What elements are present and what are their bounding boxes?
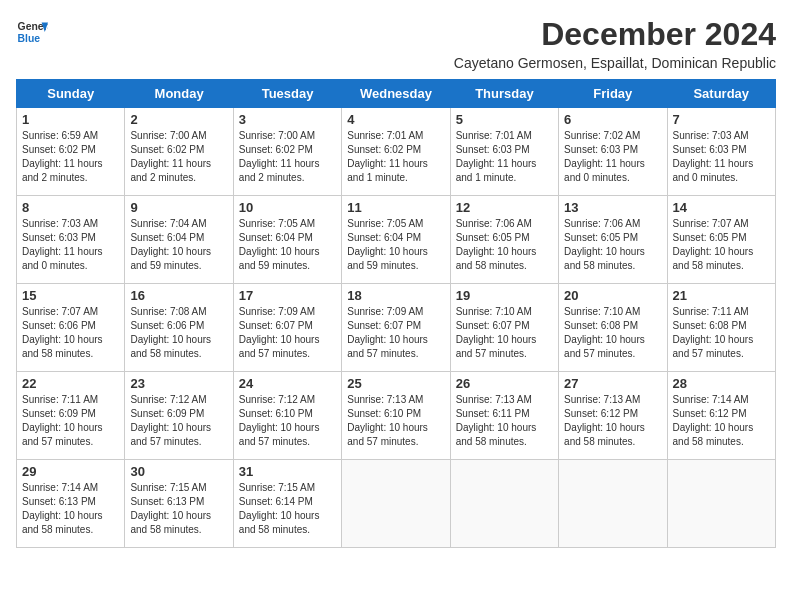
calendar-cell: 19Sunrise: 7:10 AM Sunset: 6:07 PM Dayli…: [450, 284, 558, 372]
day-info: Sunrise: 7:12 AM Sunset: 6:10 PM Dayligh…: [239, 393, 336, 449]
calendar-cell: 24Sunrise: 7:12 AM Sunset: 6:10 PM Dayli…: [233, 372, 341, 460]
calendar-cell: 29Sunrise: 7:14 AM Sunset: 6:13 PM Dayli…: [17, 460, 125, 548]
calendar-cell: 3Sunrise: 7:00 AM Sunset: 6:02 PM Daylig…: [233, 108, 341, 196]
day-number: 4: [347, 112, 444, 127]
weekday-header-saturday: Saturday: [667, 80, 775, 108]
day-number: 2: [130, 112, 227, 127]
day-number: 16: [130, 288, 227, 303]
day-number: 9: [130, 200, 227, 215]
calendar-week-2: 8Sunrise: 7:03 AM Sunset: 6:03 PM Daylig…: [17, 196, 776, 284]
day-info: Sunrise: 7:04 AM Sunset: 6:04 PM Dayligh…: [130, 217, 227, 273]
day-info: Sunrise: 7:13 AM Sunset: 6:11 PM Dayligh…: [456, 393, 553, 449]
calendar-week-3: 15Sunrise: 7:07 AM Sunset: 6:06 PM Dayli…: [17, 284, 776, 372]
day-info: Sunrise: 7:06 AM Sunset: 6:05 PM Dayligh…: [564, 217, 661, 273]
weekday-header-wednesday: Wednesday: [342, 80, 450, 108]
day-info: Sunrise: 7:01 AM Sunset: 6:02 PM Dayligh…: [347, 129, 444, 185]
day-number: 8: [22, 200, 119, 215]
day-number: 22: [22, 376, 119, 391]
logo: General Blue: [16, 16, 48, 48]
day-info: Sunrise: 7:09 AM Sunset: 6:07 PM Dayligh…: [347, 305, 444, 361]
day-info: Sunrise: 7:14 AM Sunset: 6:12 PM Dayligh…: [673, 393, 770, 449]
calendar-cell: 28Sunrise: 7:14 AM Sunset: 6:12 PM Dayli…: [667, 372, 775, 460]
calendar-cell: 9Sunrise: 7:04 AM Sunset: 6:04 PM Daylig…: [125, 196, 233, 284]
calendar-cell: 2Sunrise: 7:00 AM Sunset: 6:02 PM Daylig…: [125, 108, 233, 196]
calendar-cell: 7Sunrise: 7:03 AM Sunset: 6:03 PM Daylig…: [667, 108, 775, 196]
day-info: Sunrise: 7:03 AM Sunset: 6:03 PM Dayligh…: [22, 217, 119, 273]
day-number: 24: [239, 376, 336, 391]
calendar-body: 1Sunrise: 6:59 AM Sunset: 6:02 PM Daylig…: [17, 108, 776, 548]
calendar-cell: 21Sunrise: 7:11 AM Sunset: 6:08 PM Dayli…: [667, 284, 775, 372]
day-number: 20: [564, 288, 661, 303]
calendar-cell: 17Sunrise: 7:09 AM Sunset: 6:07 PM Dayli…: [233, 284, 341, 372]
calendar-week-5: 29Sunrise: 7:14 AM Sunset: 6:13 PM Dayli…: [17, 460, 776, 548]
calendar-week-1: 1Sunrise: 6:59 AM Sunset: 6:02 PM Daylig…: [17, 108, 776, 196]
calendar-cell: 4Sunrise: 7:01 AM Sunset: 6:02 PM Daylig…: [342, 108, 450, 196]
day-info: Sunrise: 7:08 AM Sunset: 6:06 PM Dayligh…: [130, 305, 227, 361]
weekday-header-sunday: Sunday: [17, 80, 125, 108]
weekday-header-tuesday: Tuesday: [233, 80, 341, 108]
day-number: 28: [673, 376, 770, 391]
page-header: General Blue December 2024 Cayetano Germ…: [16, 16, 776, 71]
day-number: 3: [239, 112, 336, 127]
day-number: 29: [22, 464, 119, 479]
weekday-header-thursday: Thursday: [450, 80, 558, 108]
day-info: Sunrise: 7:11 AM Sunset: 6:08 PM Dayligh…: [673, 305, 770, 361]
calendar-cell: 31Sunrise: 7:15 AM Sunset: 6:14 PM Dayli…: [233, 460, 341, 548]
day-number: 7: [673, 112, 770, 127]
calendar-cell: [342, 460, 450, 548]
day-info: Sunrise: 7:05 AM Sunset: 6:04 PM Dayligh…: [239, 217, 336, 273]
calendar-cell: 6Sunrise: 7:02 AM Sunset: 6:03 PM Daylig…: [559, 108, 667, 196]
day-number: 14: [673, 200, 770, 215]
day-info: Sunrise: 7:07 AM Sunset: 6:06 PM Dayligh…: [22, 305, 119, 361]
day-info: Sunrise: 7:07 AM Sunset: 6:05 PM Dayligh…: [673, 217, 770, 273]
calendar-cell: 8Sunrise: 7:03 AM Sunset: 6:03 PM Daylig…: [17, 196, 125, 284]
day-number: 21: [673, 288, 770, 303]
day-info: Sunrise: 6:59 AM Sunset: 6:02 PM Dayligh…: [22, 129, 119, 185]
calendar-cell: 25Sunrise: 7:13 AM Sunset: 6:10 PM Dayli…: [342, 372, 450, 460]
day-info: Sunrise: 7:00 AM Sunset: 6:02 PM Dayligh…: [239, 129, 336, 185]
day-number: 25: [347, 376, 444, 391]
day-info: Sunrise: 7:05 AM Sunset: 6:04 PM Dayligh…: [347, 217, 444, 273]
day-info: Sunrise: 7:09 AM Sunset: 6:07 PM Dayligh…: [239, 305, 336, 361]
calendar-cell: 1Sunrise: 6:59 AM Sunset: 6:02 PM Daylig…: [17, 108, 125, 196]
calendar-cell: 16Sunrise: 7:08 AM Sunset: 6:06 PM Dayli…: [125, 284, 233, 372]
day-info: Sunrise: 7:01 AM Sunset: 6:03 PM Dayligh…: [456, 129, 553, 185]
weekday-header-monday: Monday: [125, 80, 233, 108]
day-number: 19: [456, 288, 553, 303]
day-info: Sunrise: 7:14 AM Sunset: 6:13 PM Dayligh…: [22, 481, 119, 537]
day-info: Sunrise: 7:11 AM Sunset: 6:09 PM Dayligh…: [22, 393, 119, 449]
day-number: 6: [564, 112, 661, 127]
day-number: 26: [456, 376, 553, 391]
calendar-cell: 20Sunrise: 7:10 AM Sunset: 6:08 PM Dayli…: [559, 284, 667, 372]
day-number: 30: [130, 464, 227, 479]
calendar-cell: [667, 460, 775, 548]
calendar-cell: 11Sunrise: 7:05 AM Sunset: 6:04 PM Dayli…: [342, 196, 450, 284]
calendar-table: SundayMondayTuesdayWednesdayThursdayFrid…: [16, 79, 776, 548]
calendar-cell: 22Sunrise: 7:11 AM Sunset: 6:09 PM Dayli…: [17, 372, 125, 460]
day-number: 10: [239, 200, 336, 215]
calendar-cell: 15Sunrise: 7:07 AM Sunset: 6:06 PM Dayli…: [17, 284, 125, 372]
day-info: Sunrise: 7:10 AM Sunset: 6:08 PM Dayligh…: [564, 305, 661, 361]
weekday-header-row: SundayMondayTuesdayWednesdayThursdayFrid…: [17, 80, 776, 108]
day-number: 15: [22, 288, 119, 303]
calendar-cell: [450, 460, 558, 548]
day-info: Sunrise: 7:02 AM Sunset: 6:03 PM Dayligh…: [564, 129, 661, 185]
day-info: Sunrise: 7:00 AM Sunset: 6:02 PM Dayligh…: [130, 129, 227, 185]
day-info: Sunrise: 7:13 AM Sunset: 6:12 PM Dayligh…: [564, 393, 661, 449]
title-block: December 2024 Cayetano Germosen, Espaill…: [454, 16, 776, 71]
svg-text:Blue: Blue: [18, 33, 41, 44]
day-number: 11: [347, 200, 444, 215]
weekday-header-friday: Friday: [559, 80, 667, 108]
calendar-cell: 12Sunrise: 7:06 AM Sunset: 6:05 PM Dayli…: [450, 196, 558, 284]
calendar-cell: 26Sunrise: 7:13 AM Sunset: 6:11 PM Dayli…: [450, 372, 558, 460]
day-info: Sunrise: 7:15 AM Sunset: 6:13 PM Dayligh…: [130, 481, 227, 537]
day-info: Sunrise: 7:12 AM Sunset: 6:09 PM Dayligh…: [130, 393, 227, 449]
calendar-cell: 5Sunrise: 7:01 AM Sunset: 6:03 PM Daylig…: [450, 108, 558, 196]
calendar-cell: 30Sunrise: 7:15 AM Sunset: 6:13 PM Dayli…: [125, 460, 233, 548]
day-info: Sunrise: 7:13 AM Sunset: 6:10 PM Dayligh…: [347, 393, 444, 449]
day-number: 18: [347, 288, 444, 303]
calendar-cell: 13Sunrise: 7:06 AM Sunset: 6:05 PM Dayli…: [559, 196, 667, 284]
calendar-cell: [559, 460, 667, 548]
day-number: 27: [564, 376, 661, 391]
day-number: 1: [22, 112, 119, 127]
